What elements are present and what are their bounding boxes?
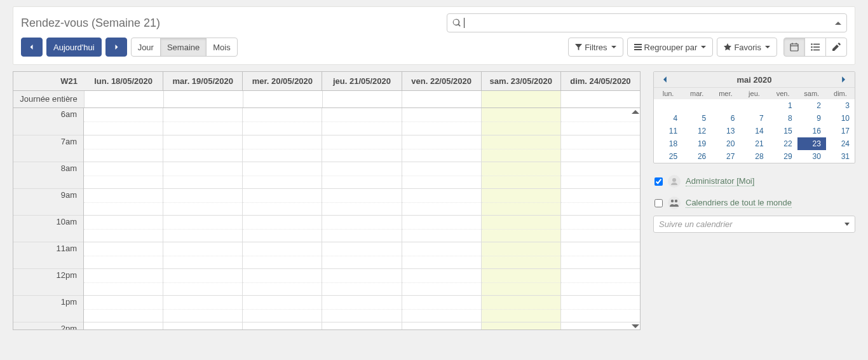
day-column[interactable]	[163, 108, 242, 329]
mini-cal-day[interactable]: 4	[654, 112, 682, 125]
filter-label[interactable]: Administrator [Moi]	[686, 176, 754, 186]
mini-cal-day[interactable]: 3	[826, 99, 855, 112]
mini-cal-day[interactable]: 17	[826, 125, 855, 137]
groupby-button[interactable]: Regrouper par	[627, 38, 714, 57]
mini-cal-day[interactable]: 27	[711, 150, 740, 163]
mini-cal-next[interactable]	[836, 74, 851, 85]
mini-cal-day[interactable]: 26	[682, 150, 711, 163]
search-expand-icon[interactable]	[835, 22, 841, 25]
mini-cal-day[interactable]: 20	[711, 137, 740, 150]
mini-cal-day[interactable]: 11	[654, 125, 682, 137]
mini-cal-day[interactable]: 19	[682, 137, 711, 150]
arrow-left-icon	[661, 76, 669, 83]
dropdown-caret-icon	[844, 223, 850, 226]
svg-rect-0	[634, 44, 642, 45]
mini-cal-day[interactable]: 23	[797, 137, 826, 150]
view-day-button[interactable]: Jour	[131, 38, 161, 57]
mini-cal-day[interactable]: 10	[826, 112, 855, 125]
search-input[interactable]	[465, 18, 835, 28]
hour-label: 6am	[13, 108, 83, 135]
view-week-button[interactable]: Semaine	[160, 38, 207, 57]
svg-rect-3	[790, 44, 798, 51]
calendar-filter-row: Administrator [Moi]	[653, 172, 855, 190]
mini-cal-day[interactable]: 18	[654, 137, 682, 150]
calendar-view-button[interactable]	[783, 38, 805, 57]
allday-cell[interactable]	[84, 91, 163, 107]
users-icon	[668, 197, 681, 209]
list-view-icon	[811, 43, 820, 51]
edit-icon	[832, 43, 841, 52]
week-number: W21	[13, 72, 84, 90]
mini-cal-day[interactable]: 9	[797, 112, 826, 125]
mini-cal-day[interactable]: 2	[797, 99, 826, 112]
day-column[interactable]	[84, 108, 163, 329]
mini-cal-day[interactable]: 13	[711, 125, 740, 137]
mini-cal-day[interactable]: 21	[740, 137, 768, 150]
user-icon	[668, 175, 681, 188]
mini-cal-day[interactable]: 24	[826, 137, 855, 150]
mini-cal-day[interactable]: 7	[740, 112, 768, 125]
mini-cal-day[interactable]: 31	[826, 150, 855, 163]
arrow-right-icon	[839, 76, 847, 83]
mini-cal-day[interactable]: 12	[682, 125, 711, 137]
mini-cal-dow: sam.	[797, 88, 826, 99]
view-month-button[interactable]: Mois	[206, 38, 237, 57]
allday-cell[interactable]	[163, 91, 243, 107]
allday-cell[interactable]	[243, 91, 322, 107]
scroll-down-icon[interactable]	[632, 324, 639, 328]
mini-cal-prev[interactable]	[658, 74, 673, 85]
allday-cell[interactable]	[322, 91, 402, 107]
mini-cal-day[interactable]: 29	[769, 150, 797, 163]
caret-down-icon	[701, 46, 706, 48]
filters-button[interactable]: Filtres	[568, 38, 623, 57]
next-button[interactable]	[105, 38, 127, 57]
filter-checkbox[interactable]	[654, 177, 663, 186]
allday-cell[interactable]	[560, 91, 640, 107]
view-type-switcher	[783, 38, 847, 57]
mini-cal-day[interactable]: 28	[740, 150, 768, 163]
mini-cal-day[interactable]: 6	[711, 112, 740, 125]
day-column[interactable]	[481, 108, 560, 329]
allday-label: Journée entière	[13, 91, 84, 107]
mini-cal-title: mai 2020	[737, 75, 772, 85]
mini-cal-day[interactable]: 5	[682, 112, 711, 125]
svg-point-7	[811, 43, 813, 45]
mini-cal-day[interactable]: 25	[654, 150, 682, 163]
mini-cal-day[interactable]: 1	[769, 99, 797, 112]
day-header: mar. 19/05/2020	[163, 72, 242, 90]
list-view-button[interactable]	[804, 38, 826, 57]
follow-calendar-select[interactable]: Suivre un calendrier	[653, 216, 855, 233]
mini-cal-day[interactable]: 30	[797, 150, 826, 163]
prev-button[interactable]	[21, 38, 43, 57]
mini-calendar: mai 2020 lun.mar.mer.jeu.ven.sam.dim. 12…	[653, 71, 855, 163]
mini-cal-day[interactable]: 15	[769, 125, 797, 137]
svg-point-9	[811, 46, 813, 48]
mini-cal-dow: ven.	[769, 88, 797, 99]
mini-cal-day[interactable]: 14	[740, 125, 768, 137]
day-column[interactable]	[322, 108, 401, 329]
filter-label[interactable]: Calendriers de tout le monde	[686, 198, 792, 208]
week-calendar: W21 lun. 18/05/2020mar. 19/05/2020mer. 2…	[13, 71, 641, 330]
search-input-wrapper[interactable]	[447, 13, 847, 32]
form-view-button[interactable]	[825, 38, 847, 57]
allday-cell[interactable]	[402, 91, 481, 107]
svg-rect-10	[813, 46, 820, 48]
day-column[interactable]	[242, 108, 322, 329]
allday-cell[interactable]	[481, 91, 560, 107]
day-column[interactable]	[560, 108, 640, 329]
svg-point-11	[811, 49, 813, 51]
day-header: dim. 24/05/2020	[560, 72, 640, 90]
day-column[interactable]	[402, 108, 481, 329]
scroll-up-icon[interactable]	[632, 110, 639, 114]
mini-cal-dow: mer.	[711, 88, 740, 99]
mini-cal-day[interactable]: 16	[797, 125, 826, 137]
mini-cal-day[interactable]: 22	[769, 137, 797, 150]
favorites-button[interactable]: Favoris	[717, 38, 777, 57]
day-header: mer. 20/05/2020	[242, 72, 322, 90]
filter-checkbox[interactable]	[654, 199, 663, 207]
today-button[interactable]: Aujourd'hui	[46, 38, 102, 57]
mini-cal-day[interactable]: 8	[769, 112, 797, 125]
list-icon	[634, 44, 642, 50]
hour-label: 10am	[13, 215, 83, 242]
svg-point-13	[672, 178, 676, 182]
